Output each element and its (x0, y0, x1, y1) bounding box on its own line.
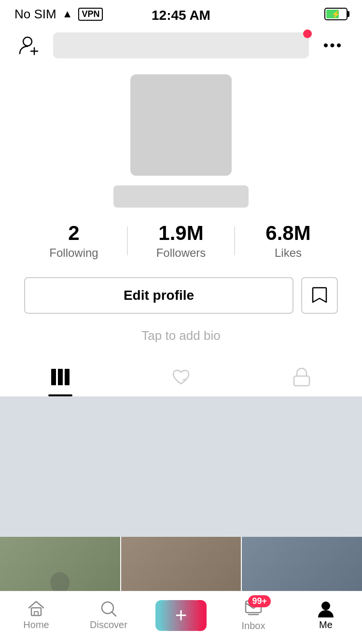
carrier-text: No SIM (14, 7, 56, 22)
tab-videos[interactable] (0, 358, 121, 396)
action-buttons: Edit profile (14, 277, 348, 314)
nav-home[interactable]: Home (0, 600, 72, 630)
following-count: 2 (68, 222, 79, 244)
vpn-badge: VPN (78, 8, 103, 21)
bio-text[interactable]: Tap to add bio (141, 328, 220, 343)
following-label: Following (49, 246, 98, 260)
inbox-badge: 99+ (248, 595, 271, 607)
lightning-icon: ⚡ (331, 10, 341, 19)
svg-rect-3 (51, 369, 56, 385)
following-stat[interactable]: 2 Following (26, 222, 122, 260)
tab-liked[interactable] (121, 358, 241, 396)
likes-stat[interactable]: 6.8M Likes (240, 222, 336, 260)
status-time: 12:45 AM (152, 8, 210, 23)
nav-add[interactable]: + (145, 600, 217, 631)
more-icon: ••• (323, 37, 343, 54)
followers-stat[interactable]: 1.9M Followers (133, 222, 229, 260)
tabs-row (0, 358, 362, 397)
profile-section: 2 Following 1.9M Followers 6.8M Likes Ed… (0, 65, 362, 358)
status-left: No SIM ▲ VPN (14, 7, 103, 22)
svg-rect-4 (58, 369, 63, 385)
discover-icon (100, 600, 117, 617)
add-icon: + (175, 605, 187, 626)
svg-line-12 (112, 612, 116, 616)
bookmark-button[interactable] (301, 277, 338, 314)
avatar (130, 74, 232, 176)
inbox-container: 99+ (245, 599, 262, 618)
likes-count: 6.8M (265, 222, 310, 244)
content-area (0, 397, 362, 537)
edit-profile-button[interactable]: Edit profile (24, 277, 293, 314)
svg-point-7 (50, 572, 70, 593)
stat-divider-2 (234, 226, 235, 255)
home-icon (28, 600, 45, 617)
me-icon (317, 600, 334, 617)
nav-me[interactable]: Me (290, 600, 362, 630)
private-lock-icon (293, 367, 310, 387)
videos-grid-icon (51, 368, 70, 386)
svg-point-15 (321, 602, 330, 610)
svg-rect-5 (65, 369, 70, 385)
followers-label: Followers (156, 246, 206, 260)
nav-inbox[interactable]: 99+ Inbox (217, 599, 290, 631)
username-display (113, 185, 249, 208)
bookmark-icon (312, 287, 327, 304)
notification-dot (303, 29, 312, 38)
top-nav: ••• (0, 26, 362, 65)
wifi-icon: ▲ (62, 8, 73, 20)
add-friend-button[interactable] (14, 31, 43, 60)
me-label: Me (319, 619, 333, 630)
followers-count: 1.9M (158, 222, 203, 244)
svg-point-0 (23, 37, 32, 46)
inbox-label: Inbox (242, 620, 265, 631)
nav-discover[interactable]: Discover (72, 600, 145, 630)
discover-label: Discover (90, 619, 127, 630)
status-right: ⚡ (324, 8, 348, 20)
add-friend-icon (19, 35, 39, 56)
battery-icon: ⚡ (324, 8, 348, 20)
tab-private[interactable] (241, 358, 362, 396)
stats-row: 2 Following 1.9M Followers 6.8M Likes (14, 222, 348, 260)
more-button[interactable]: ••• (319, 31, 348, 60)
likes-label: Likes (275, 246, 302, 260)
home-label: Home (23, 619, 49, 630)
bottom-nav: Home Discover + 99+ Inbox Me (0, 591, 362, 644)
liked-icon (171, 368, 191, 386)
svg-rect-6 (294, 376, 309, 386)
status-bar: No SIM ▲ VPN 12:45 AM ⚡ (0, 0, 362, 26)
username-bar (53, 32, 309, 58)
stat-divider-1 (127, 226, 128, 255)
add-button[interactable]: + (159, 600, 203, 631)
